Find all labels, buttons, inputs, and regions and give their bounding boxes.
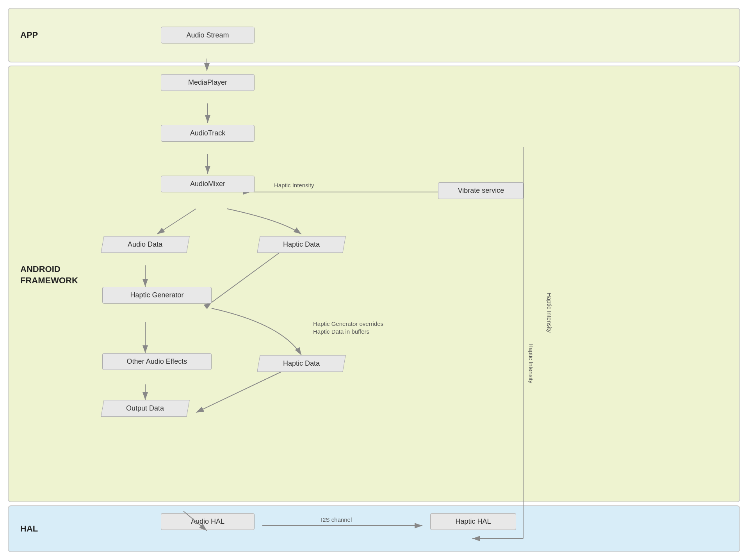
hal-label: HAL (20, 523, 38, 535)
media-player-box: MediaPlayer (161, 74, 255, 91)
audio-stream-box: Audio Stream (161, 27, 255, 44)
framework-svg: Haptic Intensity Haptic Intensity Haptic… (9, 66, 739, 501)
vibrate-service-box: Vibrate service (438, 182, 524, 199)
svg-line-9 (196, 372, 282, 412)
haptic-intensity-top-label: Haptic Intensity (274, 182, 314, 188)
audio-track-box: AudioTrack (161, 125, 255, 142)
haptic-hal-box: Haptic HAL (430, 513, 516, 530)
section-framework: ANDROIDFRAMEWORK (8, 66, 740, 502)
section-hal: HAL I2S channel Audio HAL Haptic HAL (8, 505, 740, 552)
audio-data-box: Audio Data (101, 236, 190, 253)
haptic-overrides-label1: Haptic Generator overrides (313, 320, 383, 327)
audio-mixer-box: AudioMixer (161, 176, 255, 192)
app-label: APP (20, 30, 38, 41)
section-app: APP Audio Stream (8, 8, 740, 62)
i2s-channel-label: I2S channel (321, 516, 352, 523)
framework-label: ANDROIDFRAMEWORK (20, 264, 78, 286)
audio-hal-box: Audio HAL (161, 513, 255, 530)
haptic-intensity-right-label: Haptic Intensity (546, 293, 553, 333)
output-data-box: Output Data (101, 400, 190, 417)
svg-line-4 (157, 209, 196, 234)
haptic-data-bottom-box: Haptic Data (257, 355, 346, 372)
hal-svg: I2S channel (9, 506, 739, 551)
haptic-generator-box: Haptic Generator (102, 287, 212, 304)
haptic-overrides-label2: Haptic Data in buffers (313, 328, 369, 335)
other-audio-effects-box: Other Audio Effects (102, 353, 212, 370)
haptic-data-top-box: Haptic Data (257, 236, 346, 253)
diagram-container: APP Audio Stream ANDROIDFRAMEWORK (0, 0, 748, 560)
svg-line-6 (212, 251, 282, 302)
